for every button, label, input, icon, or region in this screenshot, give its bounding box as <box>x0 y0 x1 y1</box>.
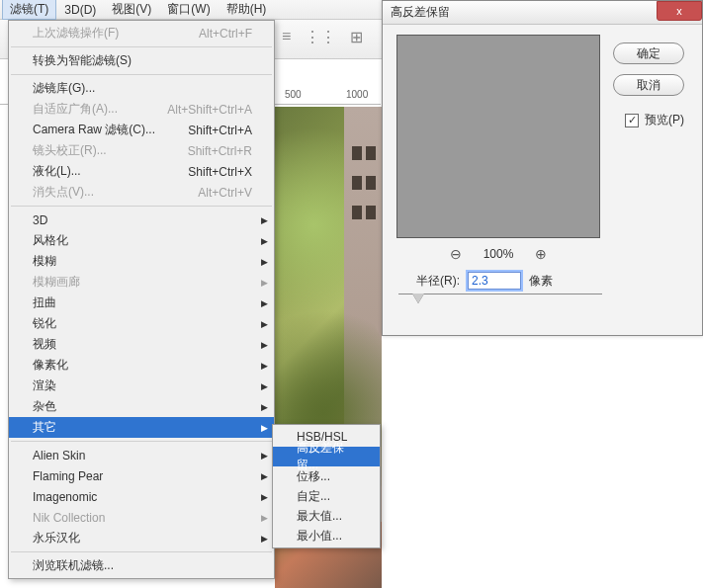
menu-item[interactable]: Imagenomic▶ <box>9 486 274 507</box>
menu-item: 镜头校正(R)...Shift+Ctrl+R <box>9 140 274 161</box>
close-button[interactable]: x <box>657 1 702 21</box>
ruler-mark: 500 <box>285 89 302 100</box>
menu-shortcut: Alt+Ctrl+F <box>199 27 252 41</box>
menu-item-label: 转换为智能滤镜(S) <box>33 52 132 69</box>
submenu-item[interactable]: 最大值... <box>273 506 380 526</box>
submenu-arrow-icon: ▶ <box>261 361 268 371</box>
menu-item[interactable]: 滤镜库(G)... <box>9 78 274 99</box>
submenu-arrow-icon: ▶ <box>261 340 268 350</box>
menu-item[interactable]: 扭曲▶ <box>9 293 274 313</box>
submenu-item[interactable]: 位移... <box>273 466 380 486</box>
menu-item-label: 模糊 <box>33 253 56 270</box>
menu-separator <box>11 551 272 552</box>
menu-item-label: 像素化 <box>33 357 68 374</box>
radius-slider[interactable] <box>398 294 602 311</box>
menu-item-label: 浏览联机滤镜... <box>33 557 114 574</box>
menu-shortcut: Shift+Ctrl+A <box>188 124 252 137</box>
menu-item-label: Alien Skin <box>33 449 85 462</box>
menu-item-label: Flaming Pear <box>33 469 103 483</box>
zoom-out-icon[interactable]: ⊖ <box>450 246 462 262</box>
submenu-arrow-icon: ▶ <box>261 423 268 433</box>
menu-item-label: 风格化 <box>33 232 68 249</box>
radius-label: 半径(R): <box>416 273 460 290</box>
filter-menu: 上次滤镜操作(F)Alt+Ctrl+F转换为智能滤镜(S)滤镜库(G)...自适… <box>8 20 275 579</box>
menubar-item[interactable]: 滤镜(T) <box>2 0 56 20</box>
menu-item: 上次滤镜操作(F)Alt+Ctrl+F <box>9 23 274 43</box>
align-icon[interactable]: ≡ <box>282 28 291 46</box>
submenu-arrow-icon: ▶ <box>261 278 268 288</box>
preview-checkbox[interactable]: ✓ <box>625 114 639 127</box>
menu-item-label: 锐化 <box>33 315 56 332</box>
submenu-item[interactable]: 高反差保留... <box>273 447 380 466</box>
ok-button[interactable]: 确定 <box>613 42 684 64</box>
align-icon[interactable]: ⊞ <box>350 28 363 46</box>
menu-item-label: 扭曲 <box>33 294 56 311</box>
preview-label: 预览(P) <box>645 112 684 128</box>
submenu-arrow-icon: ▶ <box>261 319 268 329</box>
menu-item-label: 渲染 <box>33 378 56 394</box>
menu-item[interactable]: 液化(L)...Shift+Ctrl+X <box>9 161 274 182</box>
radius-input[interactable] <box>468 272 521 290</box>
align-icon[interactable]: ⋮⋮ <box>305 28 336 46</box>
menu-item: 消失点(V)...Alt+Ctrl+V <box>9 182 274 203</box>
menu-item-label: Camera Raw 滤镜(C)... <box>33 122 155 138</box>
zoom-level: 100% <box>483 247 514 261</box>
menu-item[interactable]: 视频▶ <box>9 334 274 355</box>
menu-item-label: Imagenomic <box>33 490 97 504</box>
slider-thumb[interactable] <box>412 294 424 303</box>
menu-item-label: Nik Collection <box>33 511 105 525</box>
menu-item-label: 自适应广角(A)... <box>33 101 118 118</box>
zoom-in-icon[interactable]: ⊕ <box>535 246 547 262</box>
menu-item-label: 视频 <box>33 336 56 353</box>
menubar-item[interactable]: 3D(D) <box>56 1 104 19</box>
ruler-mark: 1000 <box>346 89 368 100</box>
menu-item[interactable]: 锐化▶ <box>9 313 274 334</box>
menubar-item[interactable]: 窗口(W) <box>159 0 218 20</box>
menu-item-label: 液化(L)... <box>33 163 81 180</box>
submenu-arrow-icon: ▶ <box>261 402 268 412</box>
menu-item-label: 上次滤镜操作(F) <box>33 25 119 42</box>
menu-item-label: 镜头校正(R)... <box>33 142 107 159</box>
menu-item[interactable]: 转换为智能滤镜(S) <box>9 50 274 71</box>
preview-checkbox-row[interactable]: ✓ 预览(P) <box>625 112 684 128</box>
menu-item[interactable]: 其它▶ <box>9 417 274 438</box>
menu-item[interactable]: 像素化▶ <box>9 355 274 376</box>
submenu-item[interactable]: 自定... <box>273 486 380 506</box>
menu-item[interactable]: 永乐汉化▶ <box>9 528 274 548</box>
preview-box[interactable] <box>396 35 600 238</box>
menu-item: 自适应广角(A)...Alt+Shift+Ctrl+A <box>9 99 274 120</box>
filter-other-submenu: HSB/HSL高反差保留...位移...自定...最大值...最小值... <box>272 424 381 548</box>
menu-item-label: 消失点(V)... <box>33 184 94 201</box>
submenu-arrow-icon: ▶ <box>261 257 268 267</box>
menu-separator <box>11 441 272 442</box>
menu-separator <box>11 74 272 75</box>
menu-item[interactable]: 模糊▶ <box>9 251 274 272</box>
submenu-item[interactable]: 最小值... <box>273 526 380 546</box>
menu-item[interactable]: 浏览联机滤镜... <box>9 555 274 576</box>
menu-item[interactable]: Camera Raw 滤镜(C)...Shift+Ctrl+A <box>9 120 274 140</box>
menu-item-label: 永乐汉化 <box>33 530 80 546</box>
menu-item[interactable]: 渲染▶ <box>9 376 274 396</box>
menu-item[interactable]: 3D▶ <box>9 210 274 230</box>
submenu-arrow-icon: ▶ <box>261 513 268 523</box>
submenu-arrow-icon: ▶ <box>261 451 268 461</box>
menu-shortcut: Shift+Ctrl+R <box>188 144 252 158</box>
radius-unit: 像素 <box>529 273 553 290</box>
menu-item[interactable]: Alien Skin▶ <box>9 445 274 465</box>
menu-item[interactable]: Flaming Pear▶ <box>9 465 274 486</box>
menu-item-label: 3D <box>33 213 47 227</box>
menu-item[interactable]: 风格化▶ <box>9 230 274 251</box>
submenu-arrow-icon: ▶ <box>261 534 268 544</box>
submenu-arrow-icon: ▶ <box>261 298 268 308</box>
menubar-item[interactable]: 视图(V) <box>104 0 159 20</box>
submenu-arrow-icon: ▶ <box>261 471 268 481</box>
menu-shortcut: Shift+Ctrl+X <box>188 165 252 179</box>
submenu-arrow-icon: ▶ <box>261 492 268 502</box>
menu-shortcut: Alt+Shift+Ctrl+A <box>167 103 252 117</box>
menu-separator <box>11 46 272 47</box>
menu-item: Nik Collection▶ <box>9 507 274 528</box>
cancel-button[interactable]: 取消 <box>613 74 684 96</box>
menu-item[interactable]: 杂色▶ <box>9 396 274 417</box>
menu-item: 模糊画廊▶ <box>9 272 274 293</box>
menubar-item[interactable]: 帮助(H) <box>219 0 275 20</box>
